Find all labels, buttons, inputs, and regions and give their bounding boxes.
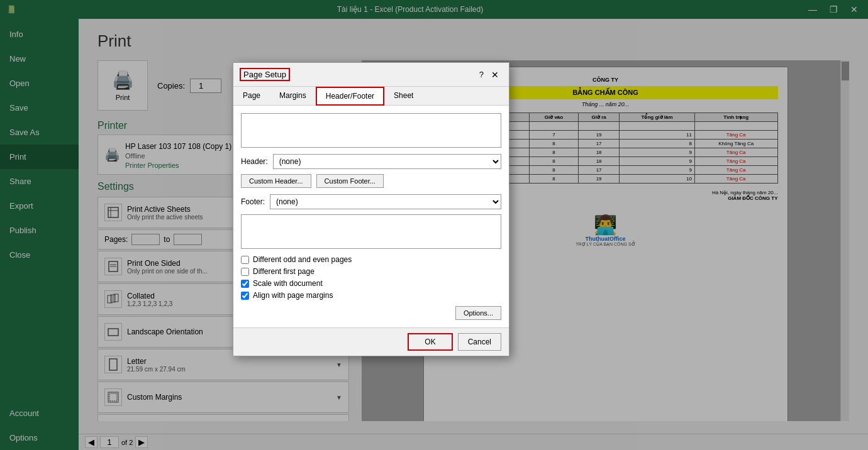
modal-title: Page Setup [240, 68, 290, 81]
scale-doc-checkbox[interactable] [241, 280, 249, 288]
checkbox-scale-doc: Scale with document [241, 279, 501, 288]
options-btn[interactable]: Options... [455, 306, 501, 320]
modal-body: Header: (none) Custom Header... Custom F… [233, 106, 509, 327]
custom-header-btn[interactable]: Custom Header... [241, 174, 311, 188]
align-margins-label: Align with page margins [253, 291, 333, 300]
header-select[interactable]: (none) [273, 154, 501, 169]
modal-controls: ? ✕ [479, 69, 503, 81]
footer-preview-box [241, 214, 501, 249]
diff-odd-even-checkbox[interactable] [241, 256, 249, 264]
tab-header-footer[interactable]: Header/Footer [316, 87, 384, 106]
page-setup-modal: Page Setup ? ✕ Page Margins Header/Foote… [233, 62, 509, 356]
diff-odd-even-label: Different odd and even pages [253, 255, 352, 264]
modal-footer: OK Cancel [233, 327, 509, 356]
footer-label: Footer: [241, 197, 265, 206]
modal-help-btn[interactable]: ? [479, 70, 484, 79]
checkbox-diff-first: Different first page [241, 267, 501, 276]
modal-close-btn[interactable]: ✕ [487, 69, 503, 81]
footer-select[interactable]: (none) [270, 194, 501, 209]
tab-page[interactable]: Page [233, 87, 270, 106]
header-form-row: Header: (none) [241, 154, 501, 169]
tab-margins[interactable]: Margins [270, 87, 316, 106]
header-preview-box [241, 113, 501, 148]
cancel-btn[interactable]: Cancel [458, 333, 501, 351]
diff-first-checkbox[interactable] [241, 268, 249, 276]
custom-footer-btn[interactable]: Custom Footer... [316, 174, 384, 188]
checkbox-align-margins: Align with page margins [241, 291, 501, 300]
diff-first-label: Different first page [253, 267, 314, 276]
checkbox-diff-odd-even: Different odd and even pages [241, 255, 501, 264]
scale-doc-label: Scale with document [253, 279, 323, 288]
modal-tabs: Page Margins Header/Footer Sheet [233, 87, 509, 106]
options-btn-row: Options... [241, 303, 501, 320]
header-label: Header: [241, 157, 268, 166]
modal-overlay: Page Setup ? ✕ Page Margins Header/Foote… [0, 0, 868, 450]
footer-form-row: Footer: (none) [241, 194, 501, 209]
header-btn-row: Custom Header... Custom Footer... [241, 174, 501, 188]
ok-btn[interactable]: OK [408, 333, 452, 351]
modal-title-left: Page Setup [240, 68, 290, 81]
align-margins-checkbox[interactable] [241, 292, 249, 300]
modal-titlebar: Page Setup ? ✕ [233, 63, 509, 87]
tab-sheet[interactable]: Sheet [384, 87, 423, 106]
